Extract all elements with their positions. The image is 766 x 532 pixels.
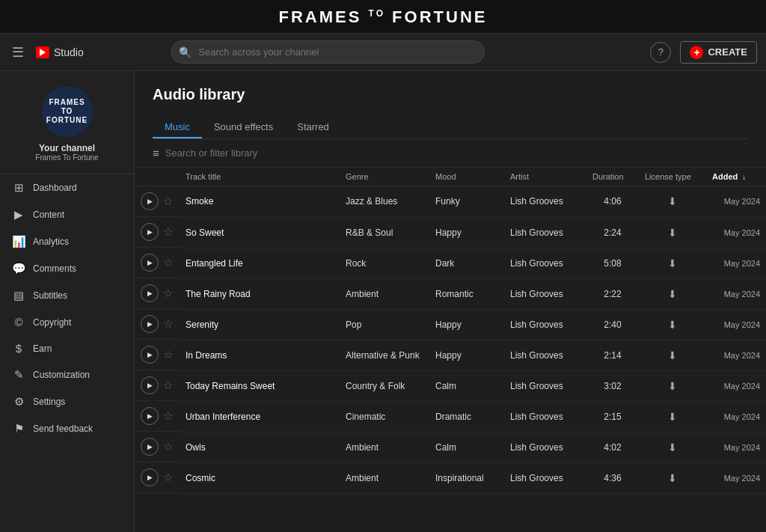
yt-play-icon [40,49,46,56]
content-icon: ▶ [12,208,25,221]
sidebar-item-customization[interactable]: ✎ Customization [0,361,134,388]
row-actions: ▶ ☆ [135,432,180,462]
star-button[interactable]: ☆ [163,195,173,208]
avatar: FRAMESTO FORTUNE [42,86,93,137]
sidebar-item-earn[interactable]: $ Earn [0,335,134,361]
copyright-icon: © [12,316,25,328]
track-duration: 4:06 [586,186,639,218]
star-button[interactable]: ☆ [163,225,173,239]
play-button[interactable]: ▶ [141,315,159,333]
sidebar-label-customization: Customization [33,370,90,380]
th-duration[interactable]: Duration [586,168,639,186]
play-button[interactable]: ▶ [141,346,159,364]
star-button[interactable]: ☆ [163,379,173,392]
help-button[interactable]: ? [650,42,671,63]
track-genre: Ambient [340,432,429,462]
play-button[interactable]: ▶ [141,223,159,241]
th-genre[interactable]: Genre [340,168,429,186]
sidebar-item-analytics[interactable]: 📊 Analytics [0,228,134,255]
track-license[interactable]: ⬇ [639,278,706,309]
track-license[interactable]: ⬇ [639,248,706,278]
track-license[interactable]: ⬇ [639,462,706,493]
download-icon[interactable]: ⬇ [668,319,677,331]
play-button[interactable]: ▶ [141,376,159,394]
track-artist: Lish Grooves [504,340,586,370]
play-button[interactable]: ▶ [141,284,159,302]
play-button[interactable]: ▶ [141,468,159,486]
star-button[interactable]: ☆ [163,287,173,300]
track-artist: Lish Grooves [504,248,586,278]
table-row: ▶ ☆ Serenity Pop Happy Lish Grooves 2:40… [135,309,766,340]
tab-starred[interactable]: Starred [285,115,341,138]
download-icon[interactable]: ⬇ [668,441,677,453]
track-license[interactable]: ⬇ [639,309,706,340]
star-button[interactable]: ☆ [163,256,173,269]
studio-logo[interactable]: Studio [36,46,84,58]
analytics-icon: 📊 [12,235,25,248]
th-mood[interactable]: Mood [429,168,504,186]
track-added: May 2024 [706,462,766,493]
track-license[interactable]: ⬇ [639,186,706,218]
earn-icon: $ [12,342,25,355]
download-icon[interactable]: ⬇ [668,257,677,269]
row-actions: ▶ ☆ [135,462,180,493]
th-added[interactable]: Added ↓ [706,168,766,186]
track-genre: Alternative & Punk [340,340,429,370]
star-button[interactable]: ☆ [163,471,173,484]
studio-text: Studio [54,46,84,58]
table-row: ▶ ☆ Owls Ambient Calm Lish Grooves 4:02 … [135,432,766,462]
th-artist[interactable]: Artist [504,168,586,186]
create-button[interactable]: + CREATE [680,41,756,64]
track-duration: 4:02 [586,432,639,462]
download-icon[interactable]: ⬇ [668,472,677,484]
content-area: Audio library Music Sound effects Starre… [135,71,766,532]
play-button[interactable]: ▶ [141,407,159,425]
track-mood: Romantic [429,278,504,309]
tab-music[interactable]: Music [153,115,202,138]
dashboard-icon: ⊞ [12,181,25,195]
feedback-icon: ⚑ [12,422,25,435]
sidebar-item-comments[interactable]: 💬 Comments [0,255,134,282]
star-button[interactable]: ☆ [163,409,173,423]
star-button[interactable]: ☆ [163,348,173,361]
filter-bar: ≡ [135,139,766,168]
sidebar-item-content[interactable]: ▶ Content [0,201,134,228]
download-icon[interactable]: ⬇ [668,227,677,239]
sidebar-label-comments: Comments [33,263,76,274]
search-input[interactable] [171,40,485,64]
tab-sound-effects[interactable]: Sound effects [202,115,285,138]
download-icon[interactable]: ⬇ [668,380,677,392]
sidebar-item-settings[interactable]: ⚙ Settings [0,388,134,415]
track-license[interactable]: ⬇ [639,432,706,462]
avatar-text: FRAMESTO FORTUNE [42,98,93,125]
download-icon[interactable]: ⬇ [668,195,677,207]
th-track-title[interactable]: Track title [180,168,340,186]
track-license[interactable]: ⬇ [639,340,706,370]
star-button[interactable]: ☆ [163,440,173,453]
track-duration: 2:14 [586,340,639,370]
th-license[interactable]: License type [639,168,706,186]
play-button[interactable]: ▶ [141,254,159,272]
download-icon[interactable]: ⬇ [668,411,677,423]
row-actions: ▶ ☆ [135,248,180,278]
sidebar-item-copyright[interactable]: © Copyright [0,309,134,335]
track-license[interactable]: ⬇ [639,370,706,401]
sidebar-item-feedback[interactable]: ⚑ Send feedback [0,415,134,442]
play-button[interactable]: ▶ [141,438,159,456]
track-license[interactable]: ⬇ [639,217,706,248]
track-duration: 5:08 [586,248,639,278]
star-button[interactable]: ☆ [163,317,173,331]
sidebar-item-dashboard[interactable]: ⊞ Dashboard [0,174,134,201]
filter-input[interactable] [165,147,748,159]
th-actions [135,168,180,186]
sidebar-label-analytics: Analytics [33,236,69,247]
header: ☰ Studio 🔍 ? + CREATE [0,34,766,71]
track-mood: Happy [429,217,504,248]
track-license[interactable]: ⬇ [639,401,706,432]
play-button[interactable]: ▶ [141,192,159,210]
download-icon[interactable]: ⬇ [668,288,677,300]
sidebar-item-subtitles[interactable]: ▤ Subtitles [0,282,134,309]
customization-icon: ✎ [12,368,25,382]
download-icon[interactable]: ⬇ [668,349,677,361]
hamburger-icon[interactable]: ☰ [9,41,27,64]
